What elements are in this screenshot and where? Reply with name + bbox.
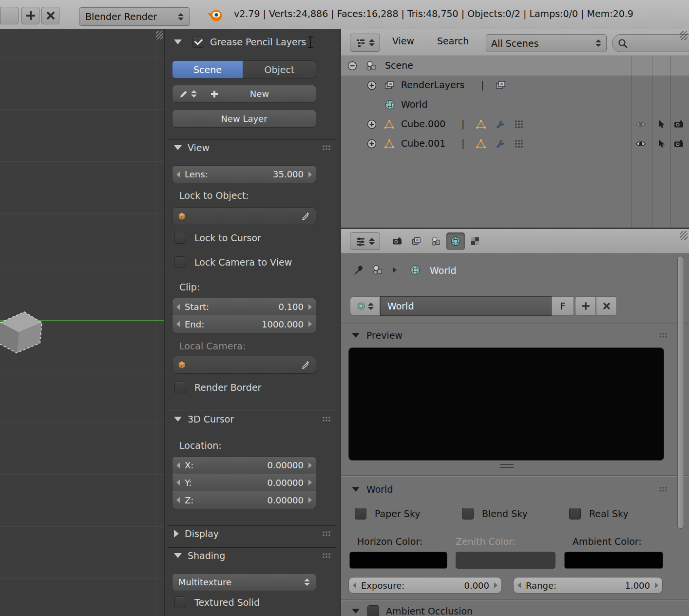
outliner-row-scene[interactable]: Scene — [341, 56, 689, 76]
render-border-checkbox[interactable] — [174, 382, 186, 393]
expand-plus-icon[interactable] — [366, 119, 377, 132]
ambient-occlusion-panel-header[interactable]: Ambient Occlusion — [345, 603, 685, 616]
render-engine-dropdown[interactable]: Blender Render — [79, 7, 190, 26]
tab-render-layers[interactable] — [407, 232, 426, 250]
tab-render[interactable] — [388, 232, 406, 250]
eyedropper-icon[interactable] — [301, 360, 311, 370]
lens-slider[interactable]: Lens: 35.000 — [172, 165, 316, 183]
decrement-arrow-icon[interactable] — [176, 497, 180, 503]
ambient-color-swatch[interactable] — [564, 552, 663, 569]
decrement-arrow-icon[interactable] — [176, 462, 180, 468]
gp-new-button[interactable]: New — [203, 85, 316, 103]
wrench-icon[interactable] — [495, 119, 506, 132]
ambient-occlusion-checkbox[interactable] — [367, 605, 379, 616]
panel-drag-dots[interactable] — [322, 416, 331, 422]
region-corner-grip[interactable] — [680, 231, 688, 240]
lock-to-object-picker[interactable] — [172, 207, 316, 225]
real-sky-checkbox[interactable] — [569, 508, 581, 520]
shading-mode-dropdown[interactable]: Multitexture — [172, 573, 316, 591]
cursor3d-panel-header[interactable]: 3D Cursor — [168, 411, 336, 426]
editor-type-dropdown[interactable] — [350, 232, 380, 250]
collapse-minus-icon[interactable] — [347, 60, 358, 73]
decrement-arrow-icon[interactable] — [353, 582, 356, 588]
camera-icon[interactable] — [673, 138, 684, 151]
tab-world[interactable] — [446, 232, 465, 250]
decrement-arrow-icon[interactable] — [176, 480, 180, 485]
paper-sky-checkbox[interactable] — [355, 508, 366, 520]
tab-texture[interactable] — [466, 232, 484, 250]
increment-arrow-icon[interactable] — [308, 304, 312, 310]
camera-icon[interactable] — [673, 119, 684, 132]
outliner-search-menu[interactable]: Search — [437, 36, 469, 46]
increment-arrow-icon[interactable] — [494, 582, 498, 588]
range-slider[interactable]: Range: 1.000 — [513, 577, 663, 594]
editor-type-dropdown[interactable] — [350, 34, 380, 52]
outliner-view-menu[interactable]: View — [392, 36, 414, 46]
decrement-arrow-icon[interactable] — [176, 172, 180, 177]
exposure-slider[interactable]: Exposure: 0.000 — [348, 577, 502, 594]
new-datablock-button[interactable] — [575, 296, 596, 316]
grease-pencil-checkbox[interactable] — [192, 36, 204, 48]
wrench-icon[interactable] — [495, 138, 506, 151]
fake-user-button[interactable]: F — [552, 296, 574, 316]
display-panel-header[interactable]: Display — [168, 525, 336, 541]
delete-screen-layout-button[interactable] — [41, 7, 59, 24]
expand-plus-icon[interactable] — [366, 138, 377, 151]
region-divider-horizontal[interactable] — [341, 228, 689, 229]
decrement-arrow-icon[interactable] — [176, 321, 180, 327]
mesh-data-icon[interactable] — [476, 138, 486, 151]
panel-drag-dots[interactable] — [659, 332, 668, 338]
scenes-filter-dropdown[interactable]: All Scenes — [486, 34, 607, 52]
gp-data-dropdown[interactable] — [172, 85, 203, 103]
blend-sky-checkbox[interactable] — [462, 508, 474, 520]
view-panel-header[interactable]: View — [168, 139, 336, 155]
region-corner-grip[interactable] — [156, 31, 163, 39]
increment-arrow-icon[interactable] — [308, 462, 312, 468]
add-screen-layout-button[interactable] — [21, 7, 39, 24]
lock-camera-checkbox[interactable] — [174, 256, 186, 268]
preview-panel-header[interactable]: Preview — [345, 327, 685, 343]
cursor-y-field[interactable]: Y: 0.00000 — [172, 474, 316, 492]
outliner-row-cube000[interactable]: Cube.000 | — [341, 115, 689, 134]
dots-grid-icon[interactable] — [514, 119, 524, 131]
mesh-data-icon[interactable] — [476, 119, 486, 132]
3d-viewport[interactable] — [0, 29, 164, 616]
decrement-arrow-icon[interactable] — [176, 304, 180, 310]
panel-drag-dots[interactable] — [659, 486, 668, 492]
preview-resize-handle[interactable] — [500, 464, 514, 468]
eye-icon[interactable] — [635, 119, 646, 132]
outliner-search-input[interactable] — [612, 34, 689, 52]
dots-grid-icon[interactable] — [514, 139, 524, 151]
properties-scrollbar[interactable] — [677, 256, 684, 529]
cursor-x-field[interactable]: X: 0.00000 — [172, 456, 316, 474]
world-panel-header[interactable]: World — [345, 481, 685, 497]
textured-solid-checkbox[interactable] — [174, 597, 186, 608]
panel-drag-dots[interactable] — [322, 531, 331, 537]
pin-icon[interactable] — [353, 264, 365, 278]
pointer-icon[interactable] — [656, 138, 667, 151]
increment-arrow-icon[interactable] — [308, 480, 312, 485]
outliner-row-world[interactable]: World — [341, 95, 689, 115]
unlink-datablock-button[interactable] — [596, 296, 617, 316]
region-corner-grip[interactable] — [680, 31, 688, 40]
panel-drag-dots[interactable] — [322, 145, 331, 151]
expand-plus-icon[interactable] — [366, 80, 377, 93]
new-layer-button[interactable]: New Layer — [172, 110, 316, 128]
outliner-row-cube001[interactable]: Cube.001 | — [341, 134, 689, 154]
increment-arrow-icon[interactable] — [655, 582, 658, 588]
clip-end-slider[interactable]: End: 1000.000 — [172, 315, 316, 333]
increment-arrow-icon[interactable] — [308, 172, 312, 177]
world-browse-dropdown[interactable] — [350, 296, 380, 316]
increment-arrow-icon[interactable] — [308, 497, 312, 503]
panel-drag-dots[interactable] — [322, 553, 331, 558]
tab-scene[interactable] — [427, 232, 445, 250]
decrement-arrow-icon[interactable] — [517, 582, 521, 588]
eye-icon[interactable] — [635, 138, 646, 151]
gp-scene-tab[interactable]: Scene — [172, 60, 243, 78]
gp-object-tab[interactable]: Object — [243, 60, 316, 78]
local-camera-picker[interactable] — [172, 356, 316, 374]
increment-arrow-icon[interactable] — [308, 321, 312, 327]
horizon-color-swatch[interactable] — [349, 552, 447, 569]
cursor-z-field[interactable]: Z: 0.00000 — [172, 491, 316, 509]
screen-layout-dropdown-stub[interactable] — [0, 7, 19, 24]
